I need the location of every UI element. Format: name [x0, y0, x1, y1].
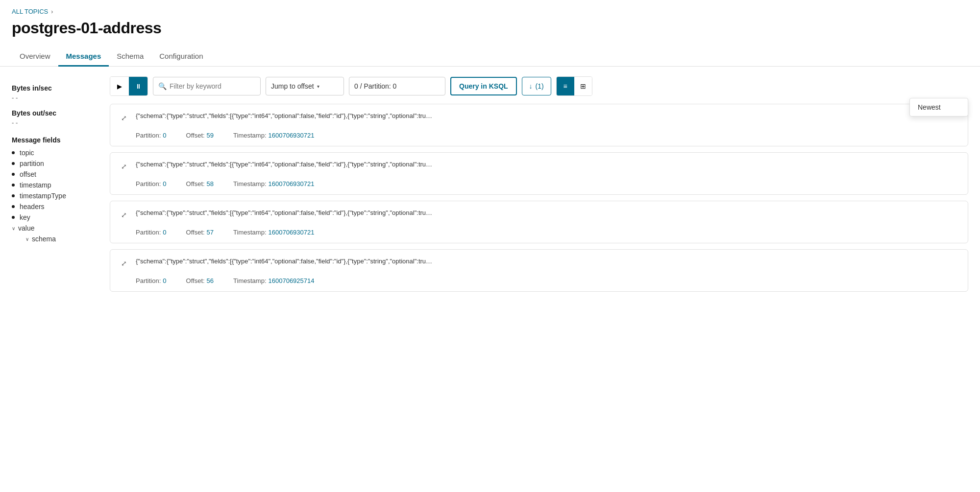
play-button[interactable]: ▶: [110, 77, 129, 95]
message-card-header: ⤢ {"schema":{"type":"struct","fields":[{…: [110, 104, 968, 129]
field-bullet: [12, 216, 15, 219]
offset-meta: Offset: 56: [186, 277, 214, 284]
partition-label: Partition:: [136, 277, 161, 284]
view-grid-button[interactable]: ⊞: [574, 77, 592, 95]
download-button[interactable]: ↓ (1): [522, 77, 551, 95]
value-collapse-arrow: ∨: [12, 226, 15, 231]
offset-value: 59: [207, 132, 214, 139]
message-card-header: ⤢ {"schema":{"type":"struct","fields":[{…: [110, 153, 968, 177]
timestamp-meta: Timestamp: 1600706925714: [233, 277, 314, 284]
expand-icon[interactable]: ⤢: [118, 209, 130, 221]
expand-icon[interactable]: ⤢: [118, 112, 130, 124]
message-meta: Partition: 0 Offset: 56 Timestamp: 16007…: [110, 274, 968, 291]
offset-value: 57: [207, 229, 214, 236]
message-card: ⤢ {"schema":{"type":"struct","fields":[{…: [110, 249, 968, 292]
message-content: {"schema":{"type":"struct","fields":[{"t…: [136, 160, 960, 169]
offset-value: 58: [207, 180, 214, 187]
jump-to-offset-select[interactable]: Jump to offset ▾: [266, 77, 344, 95]
field-bullet: [12, 151, 15, 154]
search-icon: 🔍: [158, 82, 167, 90]
timestamp-label: Timestamp:: [233, 132, 266, 139]
offset-label: Offset:: [186, 277, 205, 284]
timestamp-meta: Timestamp: 1600706930721: [233, 132, 314, 139]
field-offset-label: offset: [20, 170, 36, 178]
grid-view-icon: ⊞: [580, 82, 586, 90]
tab-schema[interactable]: Schema: [109, 47, 151, 67]
content-area: Bytes in/sec - - Bytes out/sec - - Messa…: [0, 76, 980, 298]
expand-icon[interactable]: ⤢: [118, 258, 130, 269]
field-partition: partition: [12, 160, 98, 167]
field-key-label: key: [20, 213, 30, 221]
messages-list: ⤢ {"schema":{"type":"struct","fields":[{…: [110, 104, 968, 292]
view-list-button[interactable]: ≡: [557, 77, 574, 95]
timestamp-value: 1600706930721: [269, 180, 315, 187]
partition-value: 0: [163, 229, 166, 236]
field-offset: offset: [12, 170, 98, 178]
field-topic: topic: [12, 149, 98, 157]
field-schema-label: schema: [32, 235, 56, 243]
message-content: {"schema":{"type":"struct","fields":[{"t…: [136, 257, 960, 266]
breadcrumb[interactable]: ALL TOPICS ›: [0, 0, 980, 17]
download-icon: ↓: [529, 82, 533, 90]
message-content: {"schema":{"type":"struct","fields":[{"t…: [136, 111, 960, 121]
jump-select-label: Jump to offset: [271, 82, 314, 90]
tab-configuration[interactable]: Configuration: [151, 47, 211, 67]
partition-meta: Partition: 0: [136, 132, 167, 139]
breadcrumb-chevron: ›: [51, 8, 53, 15]
offset-label: Offset:: [186, 132, 205, 139]
schema-collapse-arrow: ∨: [25, 236, 29, 242]
field-partition-label: partition: [20, 160, 44, 167]
timestamp-meta: Timestamp: 1600706930721: [233, 229, 314, 236]
field-bullet: [12, 184, 15, 187]
timestamp-value: 1600706930721: [269, 132, 315, 139]
bytes-out-value: - -: [12, 119, 98, 126]
field-topic-label: topic: [20, 149, 34, 157]
partition-value: 0: [163, 277, 166, 284]
search-box: 🔍: [153, 77, 261, 95]
field-headers: headers: [12, 203, 98, 211]
field-timestamptype: timestampType: [12, 192, 98, 200]
tab-messages[interactable]: Messages: [58, 47, 109, 67]
sidebar: Bytes in/sec - - Bytes out/sec - - Messa…: [12, 76, 110, 298]
field-bullet: [12, 162, 15, 165]
message-fields-title: Message fields: [12, 136, 98, 144]
field-timestamp-label: timestamp: [20, 181, 51, 189]
newest-option[interactable]: Newest: [910, 98, 968, 116]
query-ksql-button[interactable]: Query in KSQL: [450, 77, 517, 95]
partition-meta: Partition: 0: [136, 180, 167, 187]
field-timestamp: timestamp: [12, 181, 98, 189]
pause-button[interactable]: ⏸: [129, 77, 147, 95]
message-card-header: ⤢ {"schema":{"type":"struct","fields":[{…: [110, 201, 968, 226]
newest-dropdown: Newest: [909, 98, 968, 117]
offset-meta: Offset: 58: [186, 180, 214, 187]
page-title: postgres-01-address: [0, 17, 980, 47]
expand-icon[interactable]: ⤢: [118, 161, 130, 172]
timestamp-label: Timestamp:: [233, 229, 266, 236]
offset-value: 56: [207, 277, 214, 284]
bytes-out-title: Bytes out/sec: [12, 109, 98, 117]
message-card: ⤢ {"schema":{"type":"struct","fields":[{…: [110, 104, 968, 146]
tab-overview[interactable]: Overview: [12, 47, 58, 67]
field-schema-sub[interactable]: ∨ schema: [12, 235, 98, 243]
list-view-icon: ≡: [564, 82, 567, 90]
message-card: ⤢ {"schema":{"type":"struct","fields":[{…: [110, 201, 968, 243]
download-count: (1): [536, 82, 544, 90]
search-input[interactable]: [170, 82, 255, 90]
field-bullet: [12, 205, 15, 208]
timestamp-value: 1600706925714: [269, 277, 315, 284]
message-card: ⤢ {"schema":{"type":"struct","fields":[{…: [110, 152, 968, 195]
timestamp-meta: Timestamp: 1600706930721: [233, 180, 314, 187]
partition-meta: Partition: 0: [136, 277, 167, 284]
timestamp-value: 1600706930721: [269, 229, 315, 236]
toolbar: ▶ ⏸ 🔍 Jump to offset ▾ Query in KSQL ↓ (…: [110, 76, 968, 96]
chevron-down-icon: ▾: [317, 84, 319, 89]
partition-value: 0: [163, 132, 166, 139]
message-content: {"schema":{"type":"struct","fields":[{"t…: [136, 208, 960, 218]
message-meta: Partition: 0 Offset: 58 Timestamp: 16007…: [110, 177, 968, 194]
partition-input[interactable]: [349, 77, 445, 95]
tabs-container: Overview Messages Schema Configuration: [0, 47, 980, 67]
offset-meta: Offset: 59: [186, 132, 214, 139]
bytes-in-title: Bytes in/sec: [12, 84, 98, 92]
offset-label: Offset:: [186, 180, 205, 187]
field-value-collapsible[interactable]: ∨ value: [12, 224, 98, 232]
